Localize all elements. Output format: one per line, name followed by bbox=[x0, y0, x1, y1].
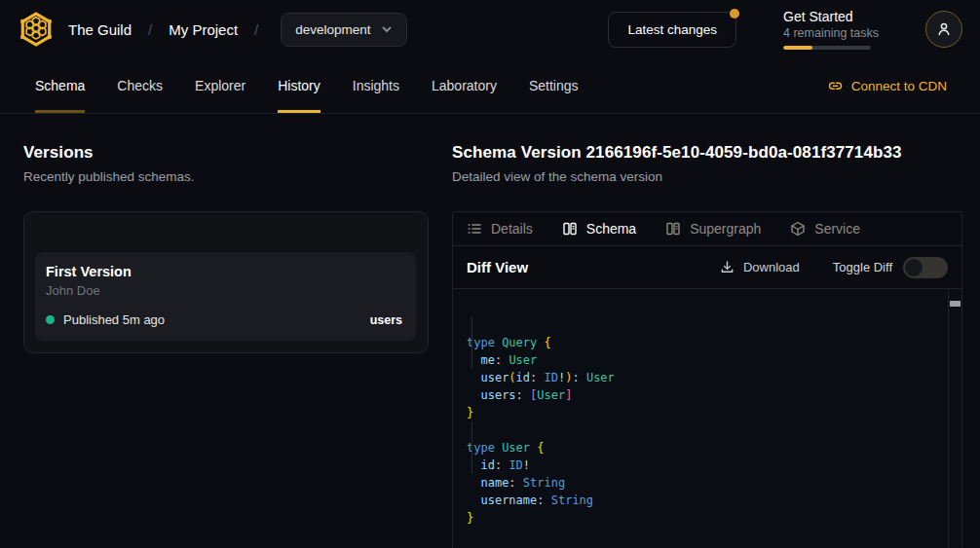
download-icon bbox=[720, 260, 735, 274]
connect-to-cdn-label: Connect to CDN bbox=[851, 79, 947, 93]
version-detail-section: Schema Version 2166196f-5e10-4059-bd0a-0… bbox=[452, 143, 962, 548]
version-name: First Version bbox=[46, 264, 402, 279]
version-author: John Doe bbox=[46, 283, 402, 298]
person-icon bbox=[936, 21, 952, 37]
code-block: type Query { me: User user(id: ID!): Use… bbox=[467, 334, 946, 527]
target-nav: Schema Checks Explorer History Insights … bbox=[0, 58, 980, 114]
versions-title: Versions bbox=[23, 143, 429, 163]
download-label: Download bbox=[743, 260, 800, 274]
tab-settings[interactable]: Settings bbox=[529, 58, 579, 113]
top-header: The Guild / My Project / development Lat… bbox=[0, 0, 980, 58]
versions-subtitle: Recently published schemas. bbox=[23, 169, 429, 184]
toggle-diff-switch[interactable] bbox=[903, 257, 948, 278]
get-started-progress-bar bbox=[783, 46, 871, 50]
indent-guide bbox=[471, 316, 472, 369]
scrollbar-thumb[interactable] bbox=[950, 301, 961, 307]
indent-guide bbox=[471, 421, 472, 474]
main-content: Versions Recently published schemas. Fir… bbox=[0, 114, 980, 548]
switch-knob bbox=[905, 259, 923, 276]
guild-hive-logo-icon[interactable] bbox=[18, 11, 55, 48]
version-service-badge: users bbox=[370, 313, 402, 327]
org-breadcrumb[interactable]: The Guild bbox=[68, 21, 132, 38]
tab-explorer[interactable]: Explorer bbox=[195, 58, 245, 113]
versions-section: Versions Recently published schemas. Fir… bbox=[23, 143, 429, 353]
tab-service[interactable]: Service bbox=[790, 221, 860, 237]
tab-schema-view[interactable]: Schema bbox=[562, 221, 636, 237]
tab-laboratory[interactable]: Laboratory bbox=[432, 58, 497, 113]
columns-icon bbox=[562, 221, 578, 237]
get-started-subtitle: 4 remaining tasks bbox=[783, 26, 879, 40]
list-icon bbox=[467, 221, 482, 237]
version-status: Published 5m ago bbox=[63, 312, 165, 327]
diff-toolbar: Diff View Download Toggle Diff bbox=[453, 246, 961, 289]
chevron-down-icon bbox=[381, 23, 393, 35]
tab-supergraph-label: Supergraph bbox=[690, 221, 761, 237]
user-avatar[interactable] bbox=[925, 11, 962, 48]
code-viewer: type Query { me: User user(id: ID!): Use… bbox=[453, 289, 961, 548]
get-started-widget[interactable]: Get Started 4 remaining tasks bbox=[783, 9, 879, 50]
detail-tabs: Details Schema bbox=[453, 212, 961, 246]
code-scrollbar[interactable] bbox=[948, 289, 961, 548]
toggle-diff-label: Toggle Diff bbox=[833, 260, 892, 274]
tab-insights[interactable]: Insights bbox=[353, 58, 399, 113]
versions-list-card: First Version John Doe Published 5m ago … bbox=[23, 211, 429, 353]
breadcrumb-separator: / bbox=[148, 21, 152, 38]
tab-service-label: Service bbox=[814, 221, 860, 237]
tab-supergraph[interactable]: Supergraph bbox=[665, 221, 761, 237]
published-status-dot bbox=[46, 315, 55, 324]
download-button[interactable]: Download bbox=[720, 260, 800, 274]
tab-checks[interactable]: Checks bbox=[117, 58, 163, 113]
get-started-progress-fill bbox=[783, 46, 812, 50]
tab-schema-view-label: Schema bbox=[586, 221, 636, 237]
latest-changes-button[interactable]: Latest changes bbox=[608, 12, 736, 48]
tab-schema[interactable]: Schema bbox=[35, 58, 85, 113]
notification-dot bbox=[730, 9, 739, 18]
breadcrumb-separator: / bbox=[254, 21, 258, 38]
link-icon bbox=[828, 79, 843, 93]
tab-details-label: Details bbox=[491, 221, 533, 237]
schema-version-title: Schema Version 2166196f-5e10-4059-bd0a-0… bbox=[452, 143, 962, 163]
latest-changes-label: Latest changes bbox=[627, 22, 717, 37]
project-breadcrumb[interactable]: My Project bbox=[169, 21, 238, 38]
target-selector-value: development bbox=[295, 22, 370, 37]
columns-icon bbox=[665, 221, 681, 237]
tab-details[interactable]: Details bbox=[467, 221, 533, 237]
connect-to-cdn-link[interactable]: Connect to CDN bbox=[828, 58, 947, 113]
version-list-item[interactable]: First Version John Doe Published 5m ago … bbox=[35, 252, 416, 341]
schema-version-subtitle: Detailed view of the schema version bbox=[452, 169, 962, 184]
tab-history[interactable]: History bbox=[278, 58, 320, 113]
target-selector[interactable]: development bbox=[281, 13, 406, 47]
cube-icon bbox=[790, 221, 806, 237]
get-started-title: Get Started bbox=[783, 9, 879, 24]
diff-view-title: Diff View bbox=[467, 259, 528, 275]
schema-detail-panel: Details Schema bbox=[452, 211, 962, 548]
